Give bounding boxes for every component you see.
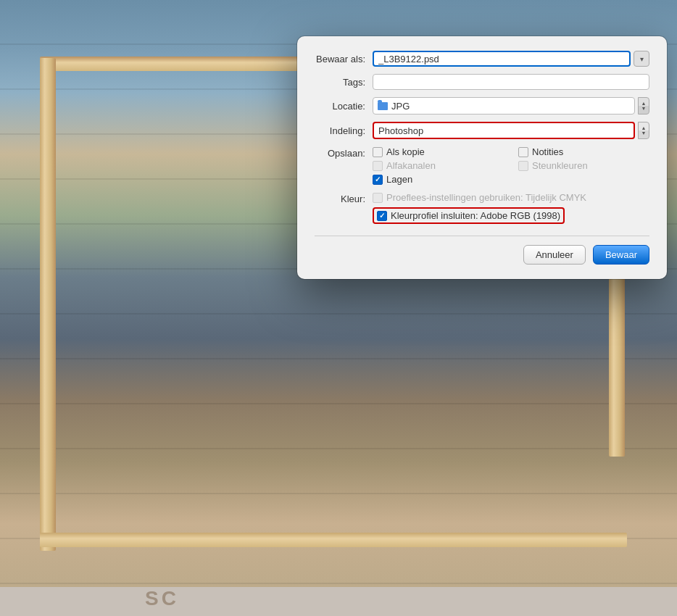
indeling-stepper[interactable]: ▲ ▼ [638,122,649,139]
location-select[interactable]: JPG [373,97,635,115]
tags-input[interactable] [373,74,649,90]
notities-checkbox[interactable] [518,147,528,157]
save-dialog: Bewaar als: ▾ Tags: Locatie: JPG ▲ [297,36,667,279]
proeflees-label: Proeflees-instellingen gebruiken: Tijdel… [386,192,586,203]
tags-label: Tags: [315,77,373,88]
bottom-bar: SC [0,587,677,616]
alfakanalen-label: Alfakanalen [386,160,436,171]
als-kopie-row: Als kopie [373,146,504,157]
locatie-row: Locatie: JPG ▲ ▼ [315,97,649,115]
indeling-label: Indeling: [315,125,373,136]
location-stepper[interactable]: ▲ ▼ [638,97,649,115]
proeflees-checkbox [373,193,383,203]
divider [315,236,649,236]
kleur-section: Kleur: Proeflees-instellingen gebruiken:… [315,192,649,224]
indeling-stepper-down-icon: ▼ [641,130,647,136]
alfakanalen-row: Alfakanalen [373,160,504,171]
lagen-row: Lagen [373,174,649,185]
indeling-wrap: Photoshop ▲ ▼ [373,122,649,139]
steunkleuren-row: Steunkleuren [518,160,649,171]
location-value: JPG [391,101,410,112]
steunkleuren-checkbox [518,161,528,171]
als-kopie-label: Als kopie [386,146,425,157]
frame-left [40,58,56,551]
bewaar-button[interactable]: Bewaar [593,245,649,265]
lagen-label: Lagen [386,174,412,185]
opslaan-section: Opslaan: Als kopie Notities [315,146,649,185]
locatie-wrap: JPG ▲ ▼ [373,97,649,115]
bewaar-als-label: Bewaar als: [315,54,373,64]
notities-label: Notities [532,146,563,157]
bewaar-als-wrap: ▾ [373,51,649,67]
bewaar-als-row: Bewaar als: ▾ [315,51,649,67]
indeling-value: Photoshop [378,125,423,136]
kleurprofiel-checkbox[interactable] [377,211,387,221]
lagen-checkbox[interactable] [373,175,383,185]
bottom-text: SC [145,587,179,610]
filename-dropdown[interactable]: ▾ [634,51,649,67]
indeling-row: Indeling: Photoshop ▲ ▼ [315,122,649,139]
proeflees-row: Proeflees-instellingen gebruiken: Tijdel… [373,192,649,203]
opslaan-options: Als kopie Notities Alfakanalen [373,146,649,171]
opslaan-label: Opslaan: [315,146,373,171]
filename-input[interactable] [373,51,631,67]
folder-icon [378,102,388,110]
alfakanalen-checkbox [373,161,383,171]
options-grid: Als kopie Notities Alfakanalen [373,146,649,171]
buttons-row: Annuleer Bewaar [315,245,649,265]
locatie-label: Locatie: [315,101,373,112]
frame-bottom [40,533,627,547]
stepper-down-icon: ▼ [641,106,647,111]
tags-row: Tags: [315,74,649,90]
kleurprofiel-row: Kleurprofiel insluiten: Adobe RGB (1998) [373,207,565,224]
notities-row: Notities [518,146,649,157]
indeling-stepper-up-icon: ▲ [641,125,647,130]
tags-wrap [373,74,649,90]
stepper-up-icon: ▲ [641,101,647,106]
steunkleuren-label: Steunkleuren [532,160,588,171]
kleur-label: Kleur: [315,192,373,204]
annuleer-button[interactable]: Annuleer [523,245,586,265]
kleurprofiel-label: Kleurprofiel insluiten: Adobe RGB (1998) [391,210,560,221]
indeling-select[interactable]: Photoshop [373,122,635,139]
kleur-row: Kleur: Proeflees-instellingen gebruiken:… [315,192,649,224]
kleur-options: Proeflees-instellingen gebruiken: Tijdel… [373,192,649,224]
opslaan-row: Opslaan: Als kopie Notities [315,146,649,171]
als-kopie-checkbox[interactable] [373,147,383,157]
